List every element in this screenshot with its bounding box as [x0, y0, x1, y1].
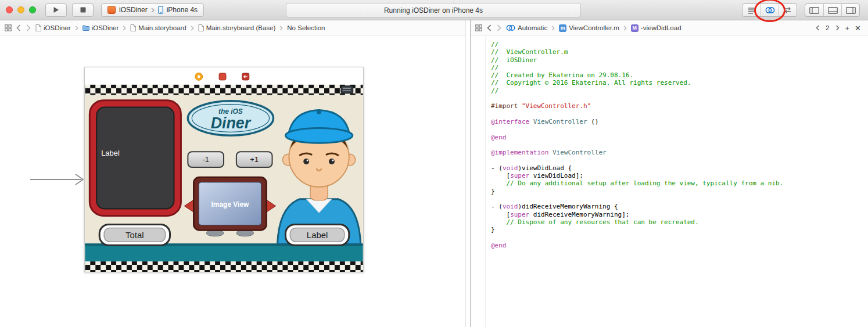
interface-builder-pane: iOSDiner iOSDiner Main.storyboard Main.s… — [0, 20, 465, 327]
method-icon: M — [631, 24, 639, 32]
checker-strip-top — [85, 85, 363, 95]
window-close-button[interactable] — [6, 6, 13, 13]
code-line[interactable]: - (void)viewDidLoad { — [491, 164, 868, 172]
initial-vc-arrow[interactable] — [29, 173, 86, 186]
add-assistant-button[interactable]: + — [845, 24, 850, 32]
next-counterpart-button[interactable] — [835, 25, 840, 31]
code-lines[interactable]: //// ViewController.m// iOSDiner//// Cre… — [486, 36, 868, 327]
code-line[interactable]: // iOSDiner — [491, 56, 868, 64]
minus-button[interactable]: -1 — [188, 152, 224, 167]
chalkboard-text: Label — [101, 149, 120, 157]
code-line[interactable]: // Do any additional setup after loading… — [491, 179, 868, 187]
forward-button[interactable] — [26, 24, 31, 31]
chevron-separator-icon — [191, 26, 194, 31]
code-line[interactable]: // Copyright © 2016 Ekaterina. All right… — [491, 79, 868, 87]
code-line[interactable] — [491, 141, 868, 149]
breadcrumb-project[interactable]: iOSDiner — [35, 24, 71, 31]
toolbar: iOSDiner iPhone 4s Running iOSDiner on i… — [0, 0, 868, 20]
assistant-editor-icon — [765, 6, 775, 14]
view-controller-scene[interactable]: Label the iOS Diner -1 +1 — [84, 67, 364, 272]
workspace: iOSDiner iOSDiner Main.storyboard Main.s… — [0, 20, 868, 327]
code-line[interactable] — [491, 110, 868, 118]
breadcrumb-method[interactable]: M -viewDidLoad — [631, 24, 682, 32]
objc-file-icon: m — [559, 24, 566, 32]
code-line[interactable] — [491, 233, 868, 241]
code-line[interactable]: @end — [491, 134, 868, 141]
chalkboard-label[interactable]: Label — [89, 100, 181, 216]
scheme-name[interactable]: iOSDiner — [119, 6, 148, 14]
stop-icon — [80, 7, 86, 13]
storyboard-canvas[interactable]: Label the iOS Diner -1 +1 — [0, 36, 465, 327]
related-items-icon[interactable] — [475, 24, 482, 31]
window-minimize-button[interactable] — [17, 6, 24, 13]
code-line[interactable]: // — [491, 41, 868, 48]
code-line[interactable]: [super viewDidLoad]; — [491, 172, 868, 179]
right-jump-bar: Automatic m ViewController.m M -viewDidL… — [471, 20, 868, 36]
previous-counterpart-button[interactable] — [815, 25, 820, 31]
plus-button[interactable]: +1 — [236, 152, 272, 167]
run-button[interactable] — [45, 3, 67, 17]
code-line[interactable] — [491, 95, 868, 102]
breadcrumb-storyboard[interactable]: Main.storyboard — [130, 24, 186, 31]
navigator-panel-button[interactable] — [805, 4, 823, 16]
view-controller-icon-dot — [198, 76, 200, 78]
logo-main-text: Diner — [211, 114, 252, 132]
code-line[interactable]: // — [491, 87, 868, 95]
diner-logo[interactable]: the iOS Diner — [188, 101, 273, 136]
diner-counter — [85, 243, 363, 261]
assistant-controls: 2 + ✕ — [815, 24, 863, 32]
code-line[interactable]: } — [491, 226, 868, 233]
standard-editor-button[interactable] — [743, 4, 761, 16]
breadcrumb-storyboard-base[interactable]: Main.storyboard (Base) — [198, 24, 276, 31]
debug-area-button[interactable] — [823, 4, 841, 16]
breadcrumb-label: No Selection — [287, 24, 325, 31]
window-zoom-button[interactable] — [29, 6, 36, 13]
back-button[interactable] — [16, 24, 21, 31]
code-line[interactable]: - (void)didReceiveMemoryWarning { — [491, 203, 868, 210]
chevron-separator-icon — [623, 26, 627, 31]
breadcrumb-group[interactable]: iOSDiner — [83, 24, 119, 31]
navigator-panel-icon — [809, 7, 819, 14]
scheme-selector[interactable]: iOSDiner iPhone 4s — [101, 3, 204, 17]
code-line[interactable]: @interface ViewController () — [491, 118, 868, 125]
code-line[interactable] — [491, 195, 868, 203]
code-line[interactable]: @end — [491, 242, 868, 249]
activity-viewer: Running iOSDiner on iPhone 4s — [286, 3, 581, 17]
forward-button[interactable] — [496, 24, 502, 31]
code-line[interactable]: [super didReceiveMemoryWarning]; — [491, 211, 868, 218]
code-line[interactable]: // Created by Ekaterina on 29.08.16. — [491, 71, 868, 79]
breadcrumb-selection[interactable]: No Selection — [287, 24, 325, 31]
code-line[interactable]: // Dispose of any resources that can be … — [491, 218, 868, 226]
pane-splitter[interactable] — [465, 20, 471, 327]
assistant-editor-button[interactable] — [761, 4, 779, 16]
code-line[interactable] — [491, 156, 868, 164]
breadcrumb-assistant-mode[interactable]: Automatic — [506, 24, 547, 31]
breadcrumb-label: Main.storyboard (Base) — [206, 24, 276, 31]
code-line[interactable]: } — [491, 188, 868, 195]
plus-button-label: +1 — [250, 155, 259, 164]
code-line[interactable]: // ViewController.m — [491, 48, 868, 56]
code-line[interactable] — [491, 125, 868, 133]
price-label[interactable]: Label — [285, 224, 349, 245]
utilities-panel-icon — [846, 7, 856, 14]
stop-button[interactable] — [72, 3, 94, 17]
standard-editor-icon — [748, 7, 756, 14]
utilities-panel-button[interactable] — [841, 4, 859, 16]
assistant-icon — [506, 24, 515, 31]
back-button[interactable] — [486, 24, 492, 31]
code-line[interactable]: #import "ViewController.h" — [491, 102, 868, 110]
related-items-icon[interactable] — [5, 24, 12, 31]
code-line[interactable]: // — [491, 64, 868, 71]
code-line[interactable]: @implementation ViewController — [491, 149, 868, 156]
breadcrumb-file[interactable]: m ViewController.m — [559, 24, 619, 32]
device-name[interactable]: iPhone 4s — [167, 6, 198, 14]
close-assistant-button[interactable]: ✕ — [855, 24, 861, 32]
image-view[interactable]: Image View — [184, 177, 275, 236]
source-editor[interactable]: //// ViewController.m// iOSDiner//// Cre… — [471, 36, 868, 327]
workspace-panels-control — [805, 3, 860, 17]
simulator-phone-icon — [158, 6, 163, 14]
chevron-right-icon — [151, 8, 155, 13]
version-editor-button[interactable] — [779, 4, 797, 16]
total-button[interactable]: Total — [99, 224, 170, 245]
first-responder-icon[interactable] — [219, 73, 226, 80]
